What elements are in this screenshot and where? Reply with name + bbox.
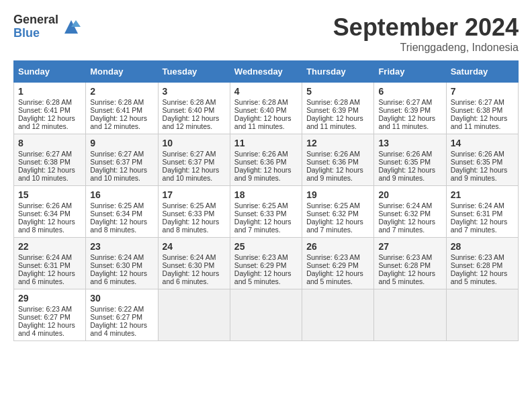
sunset-text: Sunset: 6:28 PM [378, 261, 441, 269]
sunrise-text: Sunrise: 6:28 AM [306, 98, 369, 106]
sunset-text: Sunset: 6:29 PM [306, 261, 369, 269]
day-number: 6 [378, 86, 441, 97]
daylight-text: Daylight: 12 hours and 11 minutes. [234, 114, 298, 130]
sunrise-text: Sunrise: 6:25 AM [90, 201, 153, 210]
calendar-cell [374, 289, 446, 341]
sunrise-text: Sunrise: 6:23 AM [378, 253, 441, 261]
sunset-text: Sunset: 6:38 PM [18, 158, 81, 166]
day-number: 12 [306, 138, 369, 148]
daylight-text: Daylight: 12 hours and 5 minutes. [378, 269, 441, 285]
week-row-1: 1Sunrise: 6:28 AMSunset: 6:41 PMDaylight… [14, 83, 519, 134]
sunset-text: Sunset: 6:30 PM [163, 261, 226, 269]
daylight-text: Daylight: 12 hours and 6 minutes. [90, 269, 153, 285]
daylight-text: Daylight: 12 hours and 5 minutes. [306, 269, 369, 285]
sunset-text: Sunset: 6:37 PM [163, 158, 226, 166]
week-row-5: 29Sunrise: 6:23 AMSunset: 6:27 PMDayligh… [14, 289, 519, 341]
calendar-cell [158, 289, 230, 341]
sunset-text: Sunset: 6:41 PM [18, 106, 81, 114]
sunrise-text: Sunrise: 6:26 AM [234, 150, 298, 158]
header-thursday: Thursday [302, 61, 374, 83]
calendar-cell: 24Sunrise: 6:24 AMSunset: 6:30 PMDayligh… [158, 238, 230, 289]
day-number: 2 [90, 86, 153, 97]
sunset-text: Sunset: 6:32 PM [306, 210, 369, 218]
sunset-text: Sunset: 6:30 PM [90, 261, 153, 269]
week-row-2: 8Sunrise: 6:27 AMSunset: 6:38 PMDaylight… [14, 134, 519, 186]
day-number: 5 [306, 86, 369, 97]
sunrise-text: Sunrise: 6:26 AM [18, 201, 81, 210]
logo-general: General [13, 13, 58, 26]
sunrise-text: Sunrise: 6:24 AM [90, 253, 153, 261]
sunset-text: Sunset: 6:34 PM [18, 210, 81, 218]
calendar-cell: 20Sunrise: 6:24 AMSunset: 6:32 PMDayligh… [374, 186, 446, 238]
sunset-text: Sunset: 6:33 PM [163, 210, 226, 218]
calendar-cell: 22Sunrise: 6:24 AMSunset: 6:31 PMDayligh… [14, 238, 86, 289]
daylight-text: Daylight: 12 hours and 12 minutes. [90, 114, 153, 130]
logo-blue: Blue [13, 26, 40, 40]
header-tuesday: Tuesday [158, 61, 230, 83]
day-number: 27 [378, 241, 441, 252]
header-saturday: Saturday [446, 61, 518, 83]
sunrise-text: Sunrise: 6:27 AM [163, 150, 226, 158]
day-number: 19 [306, 189, 369, 200]
daylight-text: Daylight: 12 hours and 12 minutes. [18, 114, 81, 130]
sunset-text: Sunset: 6:27 PM [18, 313, 81, 321]
daylight-text: Daylight: 12 hours and 10 minutes. [163, 166, 226, 182]
daylight-text: Daylight: 12 hours and 11 minutes. [451, 114, 514, 130]
sunset-text: Sunset: 6:33 PM [234, 210, 298, 218]
sunrise-text: Sunrise: 6:28 AM [90, 98, 153, 106]
sunrise-text: Sunrise: 6:24 AM [18, 253, 81, 261]
calendar-cell: 28Sunrise: 6:23 AMSunset: 6:28 PMDayligh… [446, 238, 518, 289]
sunset-text: Sunset: 6:38 PM [451, 106, 514, 114]
header-sunday: Sunday [14, 61, 86, 83]
sunrise-text: Sunrise: 6:23 AM [451, 253, 514, 261]
sunrise-text: Sunrise: 6:28 AM [18, 98, 81, 106]
day-number: 18 [234, 189, 298, 200]
calendar-cell: 11Sunrise: 6:26 AMSunset: 6:36 PMDayligh… [230, 134, 302, 186]
sunrise-text: Sunrise: 6:25 AM [234, 201, 298, 210]
calendar-cell: 9Sunrise: 6:27 AMSunset: 6:37 PMDaylight… [86, 134, 158, 186]
day-number: 15 [18, 189, 81, 200]
sunset-text: Sunset: 6:37 PM [90, 158, 153, 166]
day-number: 16 [90, 189, 153, 200]
header-friday: Friday [374, 61, 446, 83]
day-number: 26 [306, 241, 369, 252]
sunrise-text: Sunrise: 6:23 AM [234, 253, 298, 261]
daylight-text: Daylight: 12 hours and 12 minutes. [163, 114, 226, 130]
sunrise-text: Sunrise: 6:27 AM [90, 150, 153, 158]
sunset-text: Sunset: 6:36 PM [306, 158, 369, 166]
daylight-text: Daylight: 12 hours and 8 minutes. [90, 218, 153, 234]
sunrise-text: Sunrise: 6:25 AM [163, 201, 226, 210]
calendar-cell: 29Sunrise: 6:23 AMSunset: 6:27 PMDayligh… [14, 289, 86, 341]
sunrise-text: Sunrise: 6:22 AM [90, 305, 153, 313]
daylight-text: Daylight: 12 hours and 9 minutes. [306, 166, 369, 182]
header-monday: Monday [86, 61, 158, 83]
daylight-text: Daylight: 12 hours and 10 minutes. [18, 166, 81, 182]
daylight-text: Daylight: 12 hours and 7 minutes. [378, 218, 441, 234]
sunset-text: Sunset: 6:41 PM [90, 106, 153, 114]
sunset-text: Sunset: 6:36 PM [234, 158, 298, 166]
daylight-text: Daylight: 12 hours and 10 minutes. [90, 166, 153, 182]
sunrise-text: Sunrise: 6:23 AM [18, 305, 81, 313]
day-number: 8 [18, 138, 81, 148]
calendar-cell: 3Sunrise: 6:28 AMSunset: 6:40 PMDaylight… [158, 83, 230, 134]
day-number: 4 [234, 86, 298, 97]
calendar-cell: 18Sunrise: 6:25 AMSunset: 6:33 PMDayligh… [230, 186, 302, 238]
daylight-text: Daylight: 12 hours and 8 minutes. [18, 218, 81, 234]
day-number: 22 [18, 241, 81, 252]
calendar-cell: 7Sunrise: 6:27 AMSunset: 6:38 PMDaylight… [446, 83, 518, 134]
week-row-3: 15Sunrise: 6:26 AMSunset: 6:34 PMDayligh… [14, 186, 519, 238]
day-number: 11 [234, 138, 298, 148]
calendar-cell: 25Sunrise: 6:23 AMSunset: 6:29 PMDayligh… [230, 238, 302, 289]
calendar-cell: 16Sunrise: 6:25 AMSunset: 6:34 PMDayligh… [86, 186, 158, 238]
location: Trienggadeng, Indonesia [333, 42, 519, 54]
calendar-cell: 13Sunrise: 6:26 AMSunset: 6:35 PMDayligh… [374, 134, 446, 186]
sunset-text: Sunset: 6:29 PM [234, 261, 298, 269]
sunrise-text: Sunrise: 6:23 AM [306, 253, 369, 261]
day-number: 7 [451, 86, 514, 97]
day-number: 9 [90, 138, 153, 148]
sunrise-text: Sunrise: 6:26 AM [306, 150, 369, 158]
sunset-text: Sunset: 6:27 PM [90, 313, 153, 321]
sunrise-text: Sunrise: 6:25 AM [306, 201, 369, 210]
sunset-text: Sunset: 6:28 PM [451, 261, 514, 269]
calendar-cell: 17Sunrise: 6:25 AMSunset: 6:33 PMDayligh… [158, 186, 230, 238]
